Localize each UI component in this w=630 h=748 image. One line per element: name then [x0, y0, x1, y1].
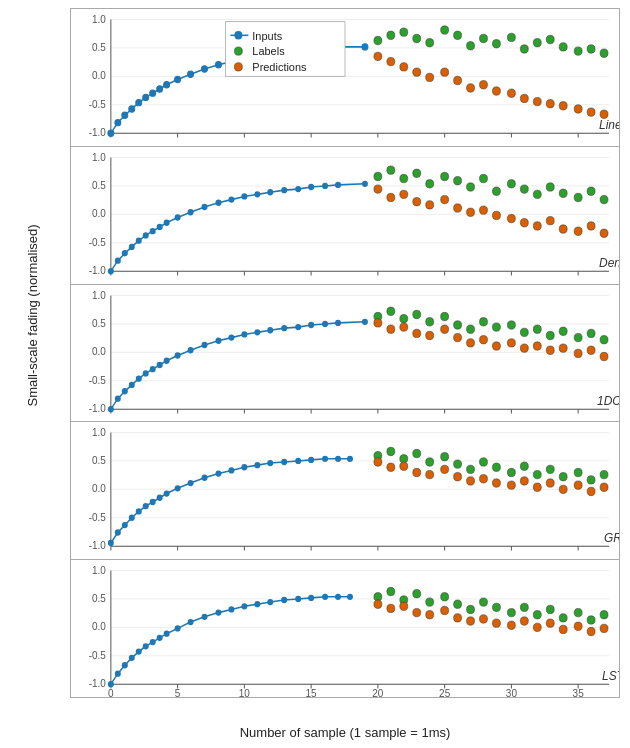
- svg-point-408: [520, 617, 528, 625]
- svg-point-299: [480, 458, 488, 466]
- svg-point-215: [426, 317, 434, 325]
- svg-point-158: [492, 211, 500, 219]
- svg-point-368: [215, 610, 221, 616]
- svg-point-365: [175, 625, 181, 631]
- svg-point-30: [188, 71, 194, 77]
- svg-point-390: [520, 603, 528, 611]
- svg-point-54: [520, 45, 528, 53]
- svg-point-32: [215, 62, 221, 68]
- svg-point-123: [254, 191, 260, 197]
- svg-point-155: [454, 204, 462, 212]
- svg-point-318: [492, 479, 500, 487]
- svg-point-243: [559, 344, 567, 352]
- svg-point-114: [150, 228, 156, 234]
- svg-point-126: [295, 186, 301, 192]
- svg-point-22: [122, 112, 128, 118]
- svg-point-242: [546, 346, 554, 354]
- svg-point-154: [441, 195, 449, 203]
- svg-point-290: [347, 456, 353, 462]
- svg-point-233: [426, 331, 434, 339]
- svg-point-130: [362, 180, 368, 186]
- svg-point-138: [467, 183, 475, 191]
- svg-text:0.0: 0.0: [92, 484, 106, 495]
- svg-point-164: [574, 227, 582, 235]
- x-axis-label: Number of sample (1 sample = 1ms): [70, 725, 620, 740]
- svg-point-83: [234, 47, 242, 55]
- svg-point-391: [533, 611, 541, 619]
- svg-point-200: [215, 337, 221, 343]
- svg-text:-0.5: -0.5: [89, 512, 106, 523]
- svg-point-70: [492, 87, 500, 95]
- svg-point-271: [129, 515, 135, 521]
- chart-svg-linear: 1.0 0.5 0.0 -0.5 -1.0: [71, 9, 619, 146]
- svg-point-292: [387, 448, 395, 456]
- svg-point-217: [454, 320, 462, 328]
- svg-text:25: 25: [439, 688, 450, 697]
- svg-point-51: [480, 34, 488, 42]
- svg-point-156: [467, 208, 475, 216]
- svg-point-135: [426, 179, 434, 187]
- svg-point-58: [574, 47, 582, 55]
- svg-point-225: [559, 327, 567, 335]
- svg-point-73: [533, 97, 541, 105]
- svg-point-122: [241, 193, 247, 199]
- svg-point-21: [115, 119, 121, 125]
- svg-point-376: [322, 594, 328, 600]
- svg-point-399: [400, 602, 408, 610]
- svg-point-195: [157, 361, 163, 367]
- svg-point-65: [426, 73, 434, 81]
- svg-point-71: [507, 89, 515, 97]
- svg-point-273: [143, 503, 149, 509]
- svg-point-150: [387, 193, 395, 201]
- svg-point-124: [267, 189, 273, 195]
- svg-point-324: [574, 481, 582, 489]
- svg-point-207: [308, 321, 314, 327]
- svg-point-25: [143, 94, 149, 100]
- svg-point-270: [122, 522, 128, 528]
- svg-text:1.0: 1.0: [92, 151, 106, 162]
- chart-svg-dense: 1.0 0.5 0.0 -0.5 -1.0: [71, 147, 619, 284]
- svg-point-210: [362, 318, 368, 324]
- svg-point-206: [295, 324, 301, 330]
- svg-point-229: [374, 318, 382, 326]
- svg-point-144: [546, 183, 554, 191]
- svg-point-308: [600, 471, 608, 479]
- svg-point-127: [308, 184, 314, 190]
- svg-point-315: [454, 473, 462, 481]
- svg-point-216: [441, 312, 449, 320]
- svg-text:-1.0: -1.0: [89, 540, 106, 551]
- svg-point-196: [164, 357, 170, 363]
- svg-point-197: [175, 352, 181, 358]
- svg-point-389: [507, 609, 515, 617]
- panel-1dcnn: 1.0 0.5 0.0 -0.5 -1.0: [70, 284, 620, 422]
- svg-point-232: [413, 329, 421, 337]
- svg-point-47: [426, 38, 434, 46]
- svg-point-60: [600, 49, 608, 57]
- svg-text:30: 30: [506, 688, 517, 697]
- svg-point-230: [387, 325, 395, 333]
- svg-point-31: [202, 66, 208, 72]
- svg-point-46: [413, 34, 421, 42]
- svg-point-45: [400, 28, 408, 36]
- svg-point-239: [507, 338, 515, 346]
- svg-point-194: [150, 366, 156, 372]
- svg-point-373: [281, 597, 287, 603]
- svg-point-398: [387, 604, 395, 612]
- svg-text:0.0: 0.0: [92, 208, 106, 219]
- svg-point-131: [374, 172, 382, 180]
- svg-point-245: [587, 346, 595, 354]
- svg-point-393: [559, 614, 567, 622]
- svg-point-191: [129, 381, 135, 387]
- svg-point-384: [441, 593, 449, 601]
- svg-point-205: [281, 325, 287, 331]
- panel-dense: 1.0 0.5 0.0 -0.5 -1.0: [70, 146, 620, 284]
- svg-point-147: [587, 187, 595, 195]
- svg-point-129: [335, 182, 341, 188]
- svg-point-380: [387, 588, 395, 596]
- svg-point-23: [129, 106, 135, 112]
- svg-text:-1.0: -1.0: [89, 127, 106, 138]
- svg-point-403: [454, 614, 462, 622]
- svg-point-55: [533, 38, 541, 46]
- svg-text:0.0: 0.0: [92, 346, 106, 357]
- svg-point-145: [559, 189, 567, 197]
